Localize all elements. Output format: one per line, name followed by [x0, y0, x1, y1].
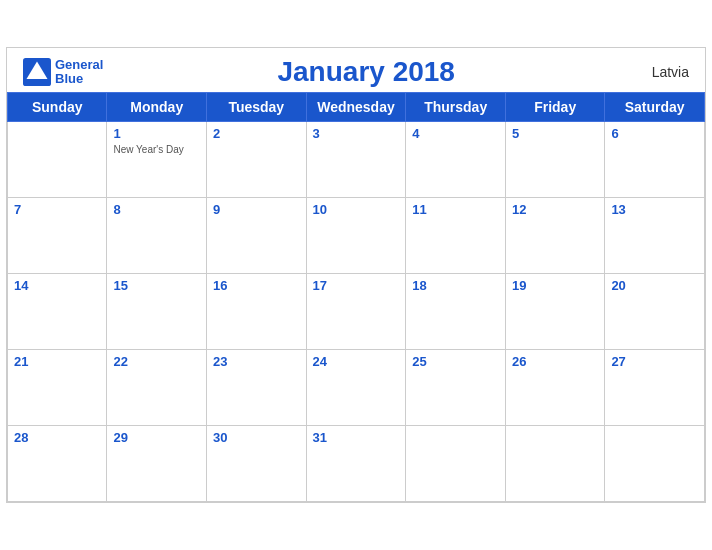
- weekday-header-friday: Friday: [506, 93, 605, 122]
- week-row-2: 78910111213: [8, 198, 705, 274]
- day-number: 28: [14, 430, 100, 445]
- day-number: 22: [113, 354, 200, 369]
- calendar-cell: 9: [206, 198, 306, 274]
- calendar-cell: [506, 426, 605, 502]
- day-number: 13: [611, 202, 698, 217]
- calendar-cell: 25: [406, 350, 506, 426]
- calendar-cell: 31: [306, 426, 406, 502]
- day-number: 12: [512, 202, 598, 217]
- calendar-cell: 29: [107, 426, 207, 502]
- day-number: 3: [313, 126, 400, 141]
- day-number: 20: [611, 278, 698, 293]
- day-number: 31: [313, 430, 400, 445]
- day-number: 24: [313, 354, 400, 369]
- calendar-cell: 4: [406, 122, 506, 198]
- calendar-cell: [8, 122, 107, 198]
- calendar-cell: 8: [107, 198, 207, 274]
- day-number: 26: [512, 354, 598, 369]
- calendar-cell: 13: [605, 198, 705, 274]
- calendar-container: General Blue January 2018 Latvia SundayM…: [6, 47, 706, 503]
- day-number: 15: [113, 278, 200, 293]
- weekday-header-thursday: Thursday: [406, 93, 506, 122]
- day-number: 17: [313, 278, 400, 293]
- week-row-1: 1New Year's Day23456: [8, 122, 705, 198]
- calendar-cell: 14: [8, 274, 107, 350]
- calendar-cell: 12: [506, 198, 605, 274]
- logo-text: General Blue: [55, 58, 103, 87]
- day-number: 9: [213, 202, 300, 217]
- calendar-cell: 16: [206, 274, 306, 350]
- day-number: 27: [611, 354, 698, 369]
- calendar-cell: 3: [306, 122, 406, 198]
- calendar-cell: 30: [206, 426, 306, 502]
- calendar-cell: 28: [8, 426, 107, 502]
- calendar-cell: [406, 426, 506, 502]
- calendar-cell: 17: [306, 274, 406, 350]
- day-number: 2: [213, 126, 300, 141]
- logo-area: General Blue: [23, 58, 103, 87]
- calendar-cell: 6: [605, 122, 705, 198]
- calendar-title: January 2018: [103, 56, 629, 88]
- calendar-cell: 2: [206, 122, 306, 198]
- calendar-cell: 27: [605, 350, 705, 426]
- logo-line1: General: [55, 58, 103, 72]
- calendar-cell: 23: [206, 350, 306, 426]
- day-number: 21: [14, 354, 100, 369]
- weekday-header-sunday: Sunday: [8, 93, 107, 122]
- day-number: 14: [14, 278, 100, 293]
- day-number: 7: [14, 202, 100, 217]
- calendar-header: General Blue January 2018 Latvia: [7, 48, 705, 92]
- calendar-cell: 19: [506, 274, 605, 350]
- calendar-cell: 5: [506, 122, 605, 198]
- day-number: 16: [213, 278, 300, 293]
- weekday-header-monday: Monday: [107, 93, 207, 122]
- day-number: 18: [412, 278, 499, 293]
- day-number: 23: [213, 354, 300, 369]
- calendar-cell: 1New Year's Day: [107, 122, 207, 198]
- calendar-cell: [605, 426, 705, 502]
- holiday-label: New Year's Day: [113, 143, 200, 156]
- logo-line2: Blue: [55, 72, 103, 86]
- calendar-cell: 20: [605, 274, 705, 350]
- weekday-header-wednesday: Wednesday: [306, 93, 406, 122]
- day-number: 29: [113, 430, 200, 445]
- weekday-header-saturday: Saturday: [605, 93, 705, 122]
- week-row-5: 28293031: [8, 426, 705, 502]
- calendar-cell: 18: [406, 274, 506, 350]
- day-number: 8: [113, 202, 200, 217]
- calendar-cell: 15: [107, 274, 207, 350]
- calendar-cell: 7: [8, 198, 107, 274]
- day-number: 19: [512, 278, 598, 293]
- week-row-3: 14151617181920: [8, 274, 705, 350]
- calendar-grid: SundayMondayTuesdayWednesdayThursdayFrid…: [7, 92, 705, 502]
- calendar-cell: 21: [8, 350, 107, 426]
- week-row-4: 21222324252627: [8, 350, 705, 426]
- calendar-cell: 11: [406, 198, 506, 274]
- day-number: 5: [512, 126, 598, 141]
- day-number: 10: [313, 202, 400, 217]
- calendar-cell: 22: [107, 350, 207, 426]
- calendar-cell: 10: [306, 198, 406, 274]
- generalblue-logo-icon: [23, 58, 51, 86]
- weekday-header-tuesday: Tuesday: [206, 93, 306, 122]
- day-number: 11: [412, 202, 499, 217]
- day-number: 4: [412, 126, 499, 141]
- calendar-cell: 24: [306, 350, 406, 426]
- day-number: 6: [611, 126, 698, 141]
- country-label: Latvia: [629, 64, 689, 80]
- calendar-cell: 26: [506, 350, 605, 426]
- day-number: 25: [412, 354, 499, 369]
- day-number: 30: [213, 430, 300, 445]
- weekday-header-row: SundayMondayTuesdayWednesdayThursdayFrid…: [8, 93, 705, 122]
- day-number: 1: [113, 126, 200, 141]
